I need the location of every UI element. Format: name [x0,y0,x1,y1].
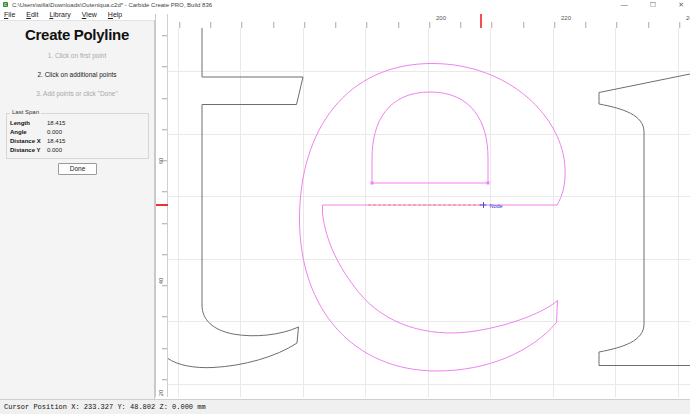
maximize-button[interactable]: ☐ [650,0,656,9]
length-label: Length [10,120,30,126]
angle-label: Angle [10,129,27,135]
field-angle: Angle 0.000 [0,129,155,137]
ruler-label-240: 240 [679,15,690,21]
vertical-ruler-ticks [162,28,167,397]
distance-y-value: 0.000 [47,147,62,153]
path-node-handle-right[interactable] [487,182,490,185]
app-icon: C [3,2,8,7]
ruler-label-40: 40 [158,275,168,288]
distance-y-label: Distance Y [10,147,41,153]
ruler-label-220: 220 [554,15,578,21]
outline-letter-right[interactable] [599,74,690,366]
minimize-button[interactable]: — [621,0,628,9]
menu-view[interactable]: View [82,11,97,18]
vector-drawing: Node [168,28,690,397]
vertical-ruler: 60 40 20 [155,28,168,397]
selected-letter-e-outer[interactable] [300,64,566,372]
tool-panel: Create Polyline 1. Click on first point … [0,20,155,399]
done-button[interactable]: Done [58,163,97,175]
field-distance-y: Distance Y 0.000 [0,147,155,155]
menu-library[interactable]: Library [49,11,70,18]
design-canvas[interactable]: Node [168,28,690,397]
page-title: Create Polyline [0,26,154,43]
step-2-label: 2. Click on additional points [0,71,154,78]
field-length: Length 18.415 [0,120,155,128]
selected-letter-e-inner[interactable] [372,92,488,183]
cursor-position-readout: Cursor Position X: 233.327 Y: 48.802 Z: … [4,403,206,411]
ruler-label-200: 200 [429,15,453,21]
ruler-corner [155,14,168,28]
menu-edit[interactable]: Edit [26,11,38,18]
distance-x-label: Distance X [10,138,41,144]
angle-value: 0.000 [47,129,62,135]
window-title: C:\Users\willa\Downloads\Outeniqua.c2d* … [12,2,212,8]
close-button[interactable]: ✕ [678,0,684,9]
menu-file[interactable]: File [4,11,15,18]
length-value: 18.415 [47,120,65,126]
last-span-title: Last Span [10,109,41,115]
step-1-label: 1. Click on first point [0,52,154,59]
title-bar: C C:\Users\willa\Downloads\Outeniqua.c2d… [0,0,690,9]
status-bar: Cursor Position X: 233.327 Y: 48.802 Z: … [0,399,690,414]
cursor-x-marker [480,14,483,28]
polyline-node-marker[interactable] [480,202,487,208]
step-3-label: 3. Add points or click "Done" [0,90,154,97]
path-node-handle-left[interactable] [371,182,374,185]
menu-help[interactable]: Help [108,11,122,18]
node-tooltip-label: Node [490,203,503,209]
outline-letter-left[interactable] [168,28,303,368]
field-distance-x: Distance X 18.415 [0,138,155,146]
distance-x-value: 18.415 [47,138,65,144]
window-controls: — ☐ ✕ [621,0,684,9]
ruler-label-20: 20 [158,387,168,400]
ruler-label-60: 60 [158,155,168,168]
horizontal-ruler: 200 220 240 260 [168,14,690,28]
